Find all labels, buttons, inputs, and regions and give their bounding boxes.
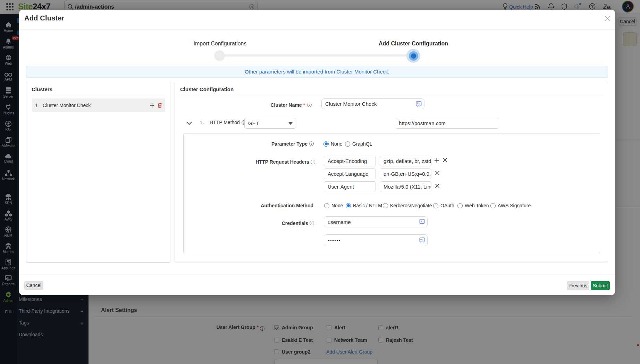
autofill-vault-icon: *! — [416, 101, 422, 108]
header-value-input-2[interactable]: en-GB,en-US;q=0.9,en; — [380, 168, 431, 179]
info-banner: Other parameters will be imported from C… — [26, 66, 608, 78]
delete-cluster-item-icon[interactable] — [158, 103, 162, 109]
request-settings-box: Parameter Type i None GraphQL HTTP Reque… — [183, 133, 600, 253]
collapse-chevron-icon[interactable] — [186, 120, 192, 127]
config-panel-divider — [180, 95, 603, 95]
header-name-input-1[interactable]: Accept-Encoding — [324, 156, 376, 166]
modal-cancel-button[interactable]: Cancel — [24, 281, 43, 290]
http-request-headers-info-icon[interactable]: i — [311, 160, 315, 164]
step1-dot[interactable] — [214, 50, 225, 61]
http-method-label: HTTP Method — [210, 120, 240, 125]
svg-text:*: * — [421, 220, 422, 223]
submit-button[interactable]: Submit — [591, 281, 610, 290]
authentication-method-label: Authentication Method — [244, 203, 313, 208]
svg-text:!: ! — [422, 220, 423, 223]
stepper-track — [219, 54, 414, 57]
modal-close-icon[interactable] — [604, 15, 611, 22]
cluster-item-name: Cluster Monitor Check — [43, 103, 91, 108]
add-cluster-item-icon[interactable] — [150, 103, 154, 109]
autofill-vault-icon: *! — [419, 237, 425, 243]
modal-title: Add Cluster — [24, 14, 65, 22]
config-panel-title: Cluster Configuration — [180, 86, 234, 92]
svg-text:!: ! — [419, 102, 420, 105]
username-input[interactable]: username *! — [324, 216, 428, 227]
modal-header-divider — [19, 29, 615, 29]
modal-footer-divider — [19, 275, 615, 275]
parameter-type-label: Parameter Type — [256, 141, 308, 147]
autofill-vault-icon: *! — [419, 219, 425, 225]
remove-header-icon-3[interactable] — [435, 183, 440, 190]
http-request-headers-label: HTTP Request Headers — [240, 159, 309, 165]
cluster-list-item[interactable]: 1 Cluster Monitor Check — [32, 98, 165, 112]
param-radio-none[interactable]: None — [323, 141, 342, 147]
add-cluster-modal: Add Cluster Import Configurations Add Cl… — [19, 10, 615, 295]
cluster-item-index: 1 — [35, 103, 38, 108]
auth-radio-none[interactable]: None — [324, 203, 343, 208]
row-index: 1. — [200, 119, 204, 125]
auth-radio-web-token[interactable]: Web Token — [457, 203, 489, 208]
remove-header-icon-1[interactable] — [443, 158, 447, 164]
cluster-name-info-icon[interactable]: i — [307, 103, 312, 107]
header-value-input-1[interactable]: gzip, deflate, br, zstd — [380, 156, 431, 166]
clusters-panel-title: Clusters — [32, 86, 52, 92]
auth-radio-kerberos[interactable]: Kerberos/Negotiate — [383, 203, 432, 208]
header-value-input-3[interactable]: Mozilla/5.0 (X11; Linux x — [380, 181, 431, 192]
header-name-input-3[interactable]: User-Agent — [324, 181, 376, 192]
step2-dot[interactable] — [406, 49, 420, 63]
remove-header-icon-2[interactable] — [435, 171, 440, 177]
auth-radio-aws-signature[interactable]: AWS Signature — [490, 203, 531, 208]
credentials-label: Credentials — [256, 220, 308, 226]
password-input[interactable]: ••••••• *! — [324, 234, 428, 246]
previous-button[interactable]: Previous — [567, 281, 589, 290]
auth-radio-oauth[interactable]: OAuth — [433, 203, 454, 208]
svg-text:*: * — [420, 238, 422, 242]
clusters-panel: Clusters 1 Cluster Monitor Check — [26, 82, 170, 263]
step2-label: Add Cluster Configuration — [372, 41, 455, 47]
cluster-name-label: Cluster Name * — [250, 102, 305, 108]
clusters-panel-divider — [32, 95, 165, 95]
auth-radio-basic-ntlm[interactable]: Basic / NTLM — [346, 203, 382, 208]
cluster-config-panel: Cluster Configuration Cluster Name * i C… — [175, 82, 608, 262]
credentials-info-icon[interactable]: i — [310, 221, 314, 225]
cluster-name-input[interactable]: Cluster Monitor Check *! — [321, 98, 424, 109]
param-radio-graphql[interactable]: GraphQL — [345, 141, 372, 147]
url-input[interactable]: https://postman.com — [395, 118, 499, 129]
header-name-input-2[interactable]: Accept-Language — [324, 168, 376, 179]
http-method-select[interactable]: GET — [244, 118, 296, 129]
select-caret-icon — [288, 122, 293, 125]
parameter-type-info-icon[interactable]: i — [309, 141, 314, 146]
svg-text:!: ! — [422, 239, 424, 242]
svg-text:*: * — [417, 102, 419, 105]
add-header-icon[interactable] — [434, 158, 439, 164]
step1-label: Import Configurations — [178, 41, 262, 47]
